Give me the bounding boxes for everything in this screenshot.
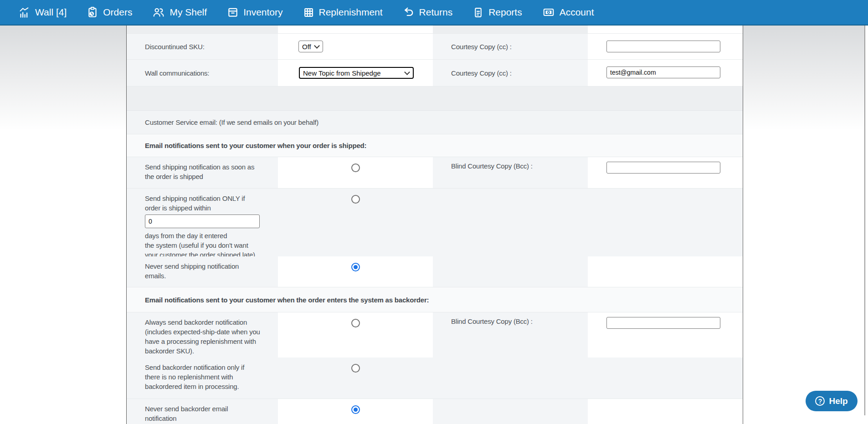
nav-item-label: Wall [4] bbox=[35, 7, 67, 18]
wall-communications-label: Wall communications: bbox=[127, 60, 278, 86]
orders-clipboard-icon bbox=[87, 6, 98, 18]
row-ship-within: Send shipping notification ONLY if order… bbox=[127, 189, 743, 256]
partial-row-top bbox=[127, 26, 743, 34]
ship-within-label: Send shipping notification ONLY if order… bbox=[145, 194, 272, 213]
courtesy-copy-label: Courtesy Copy (cc) : bbox=[433, 34, 588, 59]
customer-service-email-note: Customer Service email: (If we send emai… bbox=[127, 111, 743, 134]
courtesy-copy-email-input[interactable] bbox=[606, 66, 720, 78]
help-button[interactable]: ? Help bbox=[806, 391, 858, 411]
top-nav-bar: Wall [4] Orders bbox=[0, 0, 868, 26]
help-button-label: Help bbox=[829, 396, 847, 406]
spacer-row bbox=[127, 87, 743, 111]
never-backorder-label: Never send backorder email notification bbox=[127, 399, 278, 424]
ship-within-note: days from the day it entered the system … bbox=[145, 231, 272, 260]
backorder-if-no-replenishment-label: Send backorder notification only if ther… bbox=[127, 358, 278, 398]
row-backorder-if-no-replenishment: Send backorder notification only if ther… bbox=[127, 358, 743, 399]
returns-undo-icon bbox=[403, 6, 415, 18]
scrollbar[interactable] bbox=[864, 26, 865, 415]
ship-within-radio[interactable] bbox=[351, 195, 360, 204]
inventory-box-icon bbox=[227, 6, 239, 18]
nav-item-label: Account bbox=[560, 7, 594, 18]
nav-item-account[interactable]: Account bbox=[542, 6, 594, 18]
always-backorder-label: Always send backorder notification (incl… bbox=[127, 312, 278, 358]
discontinued-sku-select[interactable]: Off bbox=[298, 41, 323, 52]
chevron-down-icon bbox=[314, 43, 320, 49]
question-mark-icon: ? bbox=[815, 396, 825, 406]
nav-item-label: Replenishment bbox=[319, 7, 383, 18]
wall-chart-icon bbox=[18, 6, 31, 19]
ship-asap-radio[interactable] bbox=[351, 163, 360, 172]
row-always-backorder: Always send backorder notification (incl… bbox=[127, 312, 743, 358]
nav-item-label: Inventory bbox=[243, 7, 282, 18]
ship-within-days-input[interactable] bbox=[145, 215, 260, 228]
backorder-section-header: Email notifications sent to your custome… bbox=[127, 287, 743, 312]
courtesy-copy-label: Courtesy Copy (cc) : bbox=[433, 60, 588, 86]
nav-item-label: Returns bbox=[419, 7, 453, 18]
settings-page: Wall [4] Orders bbox=[0, 0, 868, 424]
row-discontinued-sku: Discountinued SKU: Off Courtesy Copy (cc… bbox=[127, 34, 743, 60]
nav-item-orders[interactable]: Orders bbox=[87, 6, 132, 18]
nav-item-replenishment[interactable]: Replenishment bbox=[303, 7, 383, 18]
courtesy-copy-input[interactable] bbox=[606, 41, 720, 52]
settings-table: Discountinued SKU: Off Courtesy Copy (cc… bbox=[126, 26, 743, 424]
nav-item-label: My Shelf bbox=[169, 7, 207, 18]
nav-item-wall[interactable]: Wall [4] bbox=[18, 6, 67, 19]
account-card-icon bbox=[542, 6, 555, 18]
never-backorder-radio[interactable] bbox=[351, 405, 360, 414]
ship-asap-label: Send shipping notification as soon as th… bbox=[127, 157, 278, 188]
my-shelf-users-icon bbox=[152, 6, 165, 18]
nav-item-label: Reports bbox=[488, 7, 522, 18]
nav-item-returns[interactable]: Returns bbox=[403, 6, 453, 18]
row-ship-asap: Send shipping notification as soon as th… bbox=[127, 157, 743, 189]
bcc-shipped-label: Blind Courtesy Copy (Bcc) : bbox=[433, 157, 588, 188]
nav-item-reports[interactable]: Reports bbox=[473, 7, 522, 18]
left-gutter-shade bbox=[0, 26, 126, 130]
reports-document-icon bbox=[473, 7, 484, 18]
wall-communications-select[interactable]: New Topic from Shipedge bbox=[299, 67, 414, 79]
nav-item-inventory[interactable]: Inventory bbox=[227, 6, 282, 18]
row-wall-communications: Wall communications: New Topic from Ship… bbox=[127, 60, 743, 87]
always-backorder-radio[interactable] bbox=[351, 319, 360, 327]
shipped-section-header: Email notifications sent to your custome… bbox=[127, 134, 743, 157]
chevron-down-icon bbox=[404, 69, 410, 75]
nav-item-label: Orders bbox=[103, 7, 132, 18]
never-ship-radio[interactable] bbox=[351, 263, 360, 271]
bcc-shipped-input[interactable] bbox=[606, 162, 720, 174]
bcc-backorder-label: Blind Courtesy Copy (Bcc) : bbox=[433, 312, 588, 358]
replenishment-grid-icon bbox=[303, 7, 314, 18]
row-never-ship: Never send shipping notification emails. bbox=[127, 256, 743, 287]
row-never-backorder: Never send backorder email notification bbox=[127, 399, 743, 424]
right-gutter-shade bbox=[743, 26, 864, 130]
discontinued-sku-label: Discountinued SKU: bbox=[127, 34, 278, 59]
bcc-backorder-input[interactable] bbox=[606, 317, 720, 329]
nav-item-my-shelf[interactable]: My Shelf bbox=[152, 6, 207, 18]
never-ship-label: Never send shipping notification emails. bbox=[127, 256, 278, 287]
backorder-if-no-replenishment-radio[interactable] bbox=[351, 364, 360, 373]
